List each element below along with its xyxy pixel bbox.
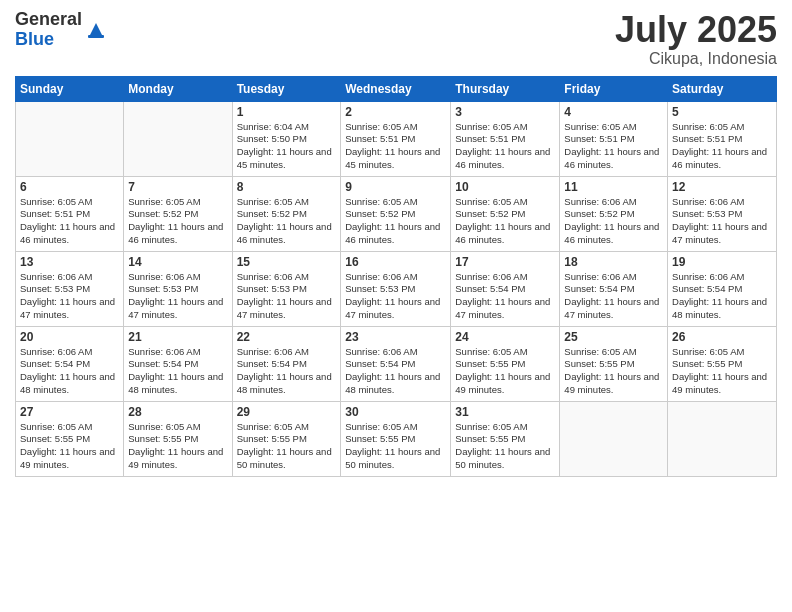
day-number: 25 [564,330,663,344]
calendar-cell: 25Sunrise: 6:05 AM Sunset: 5:55 PM Dayli… [560,326,668,401]
location: Cikupa, Indonesia [615,50,777,68]
calendar-cell: 6Sunrise: 6:05 AM Sunset: 5:51 PM Daylig… [16,176,124,251]
logo: General Blue [15,10,107,50]
calendar-cell: 24Sunrise: 6:05 AM Sunset: 5:55 PM Dayli… [451,326,560,401]
calendar-cell: 3Sunrise: 6:05 AM Sunset: 5:51 PM Daylig… [451,101,560,176]
cell-info: Sunrise: 6:05 AM Sunset: 5:51 PM Dayligh… [345,121,446,172]
calendar-cell: 21Sunrise: 6:06 AM Sunset: 5:54 PM Dayli… [124,326,232,401]
calendar-cell: 16Sunrise: 6:06 AM Sunset: 5:53 PM Dayli… [341,251,451,326]
cell-info: Sunrise: 6:05 AM Sunset: 5:55 PM Dayligh… [345,421,446,472]
calendar-cell: 27Sunrise: 6:05 AM Sunset: 5:55 PM Dayli… [16,401,124,476]
calendar-cell: 5Sunrise: 6:05 AM Sunset: 5:51 PM Daylig… [668,101,777,176]
day-number: 14 [128,255,227,269]
calendar-week-row: 6Sunrise: 6:05 AM Sunset: 5:51 PM Daylig… [16,176,777,251]
cell-info: Sunrise: 6:05 AM Sunset: 5:51 PM Dayligh… [20,196,119,247]
calendar-cell: 29Sunrise: 6:05 AM Sunset: 5:55 PM Dayli… [232,401,341,476]
cell-info: Sunrise: 6:05 AM Sunset: 5:52 PM Dayligh… [455,196,555,247]
day-number: 10 [455,180,555,194]
day-number: 4 [564,105,663,119]
day-number: 7 [128,180,227,194]
calendar-cell: 12Sunrise: 6:06 AM Sunset: 5:53 PM Dayli… [668,176,777,251]
calendar-week-row: 1Sunrise: 6:04 AM Sunset: 5:50 PM Daylig… [16,101,777,176]
day-number: 8 [237,180,337,194]
calendar-cell: 8Sunrise: 6:05 AM Sunset: 5:52 PM Daylig… [232,176,341,251]
calendar-cell [124,101,232,176]
day-number: 3 [455,105,555,119]
calendar-cell [560,401,668,476]
cell-info: Sunrise: 6:05 AM Sunset: 5:51 PM Dayligh… [564,121,663,172]
month-title: July 2025 [615,10,777,50]
cell-info: Sunrise: 6:05 AM Sunset: 5:52 PM Dayligh… [345,196,446,247]
cell-info: Sunrise: 6:05 AM Sunset: 5:52 PM Dayligh… [128,196,227,247]
day-number: 31 [455,405,555,419]
cell-info: Sunrise: 6:05 AM Sunset: 5:51 PM Dayligh… [455,121,555,172]
col-sunday: Sunday [16,76,124,101]
cell-info: Sunrise: 6:06 AM Sunset: 5:54 PM Dayligh… [672,271,772,322]
col-monday: Monday [124,76,232,101]
logo-blue: Blue [15,30,82,50]
cell-info: Sunrise: 6:06 AM Sunset: 5:53 PM Dayligh… [20,271,119,322]
day-number: 19 [672,255,772,269]
logo-icon [85,19,107,43]
calendar-cell: 20Sunrise: 6:06 AM Sunset: 5:54 PM Dayli… [16,326,124,401]
day-number: 6 [20,180,119,194]
day-number: 24 [455,330,555,344]
day-number: 29 [237,405,337,419]
cell-info: Sunrise: 6:06 AM Sunset: 5:52 PM Dayligh… [564,196,663,247]
calendar-cell: 7Sunrise: 6:05 AM Sunset: 5:52 PM Daylig… [124,176,232,251]
cell-info: Sunrise: 6:05 AM Sunset: 5:55 PM Dayligh… [564,346,663,397]
calendar-cell: 14Sunrise: 6:06 AM Sunset: 5:53 PM Dayli… [124,251,232,326]
calendar-cell: 10Sunrise: 6:05 AM Sunset: 5:52 PM Dayli… [451,176,560,251]
cell-info: Sunrise: 6:06 AM Sunset: 5:53 PM Dayligh… [345,271,446,322]
cell-info: Sunrise: 6:05 AM Sunset: 5:55 PM Dayligh… [455,421,555,472]
day-number: 13 [20,255,119,269]
col-thursday: Thursday [451,76,560,101]
calendar-cell: 18Sunrise: 6:06 AM Sunset: 5:54 PM Dayli… [560,251,668,326]
cell-info: Sunrise: 6:05 AM Sunset: 5:52 PM Dayligh… [237,196,337,247]
day-number: 22 [237,330,337,344]
calendar-cell: 26Sunrise: 6:05 AM Sunset: 5:55 PM Dayli… [668,326,777,401]
cell-info: Sunrise: 6:05 AM Sunset: 5:51 PM Dayligh… [672,121,772,172]
title-block: July 2025 Cikupa, Indonesia [615,10,777,68]
calendar-cell: 28Sunrise: 6:05 AM Sunset: 5:55 PM Dayli… [124,401,232,476]
calendar-cell: 1Sunrise: 6:04 AM Sunset: 5:50 PM Daylig… [232,101,341,176]
col-friday: Friday [560,76,668,101]
day-number: 28 [128,405,227,419]
cell-info: Sunrise: 6:06 AM Sunset: 5:53 PM Dayligh… [128,271,227,322]
day-number: 20 [20,330,119,344]
day-number: 11 [564,180,663,194]
calendar-cell: 2Sunrise: 6:05 AM Sunset: 5:51 PM Daylig… [341,101,451,176]
day-number: 18 [564,255,663,269]
cell-info: Sunrise: 6:06 AM Sunset: 5:54 PM Dayligh… [128,346,227,397]
calendar-cell [16,101,124,176]
day-number: 17 [455,255,555,269]
day-number: 30 [345,405,446,419]
cell-info: Sunrise: 6:06 AM Sunset: 5:54 PM Dayligh… [345,346,446,397]
calendar-header-row: Sunday Monday Tuesday Wednesday Thursday… [16,76,777,101]
calendar-week-row: 13Sunrise: 6:06 AM Sunset: 5:53 PM Dayli… [16,251,777,326]
cell-info: Sunrise: 6:06 AM Sunset: 5:54 PM Dayligh… [237,346,337,397]
header: General Blue July 2025 Cikupa, Indonesia [15,10,777,68]
cell-info: Sunrise: 6:06 AM Sunset: 5:54 PM Dayligh… [455,271,555,322]
day-number: 12 [672,180,772,194]
cell-info: Sunrise: 6:06 AM Sunset: 5:54 PM Dayligh… [20,346,119,397]
calendar-cell [668,401,777,476]
day-number: 23 [345,330,446,344]
calendar-cell: 15Sunrise: 6:06 AM Sunset: 5:53 PM Dayli… [232,251,341,326]
col-saturday: Saturday [668,76,777,101]
calendar: Sunday Monday Tuesday Wednesday Thursday… [15,76,777,477]
day-number: 26 [672,330,772,344]
calendar-week-row: 27Sunrise: 6:05 AM Sunset: 5:55 PM Dayli… [16,401,777,476]
calendar-cell: 22Sunrise: 6:06 AM Sunset: 5:54 PM Dayli… [232,326,341,401]
svg-rect-1 [88,35,104,38]
cell-info: Sunrise: 6:06 AM Sunset: 5:53 PM Dayligh… [237,271,337,322]
day-number: 9 [345,180,446,194]
calendar-cell: 11Sunrise: 6:06 AM Sunset: 5:52 PM Dayli… [560,176,668,251]
calendar-cell: 23Sunrise: 6:06 AM Sunset: 5:54 PM Dayli… [341,326,451,401]
calendar-cell: 30Sunrise: 6:05 AM Sunset: 5:55 PM Dayli… [341,401,451,476]
calendar-cell: 19Sunrise: 6:06 AM Sunset: 5:54 PM Dayli… [668,251,777,326]
cell-info: Sunrise: 6:05 AM Sunset: 5:55 PM Dayligh… [20,421,119,472]
logo-general: General [15,10,82,30]
day-number: 5 [672,105,772,119]
logo-text: General Blue [15,10,82,50]
